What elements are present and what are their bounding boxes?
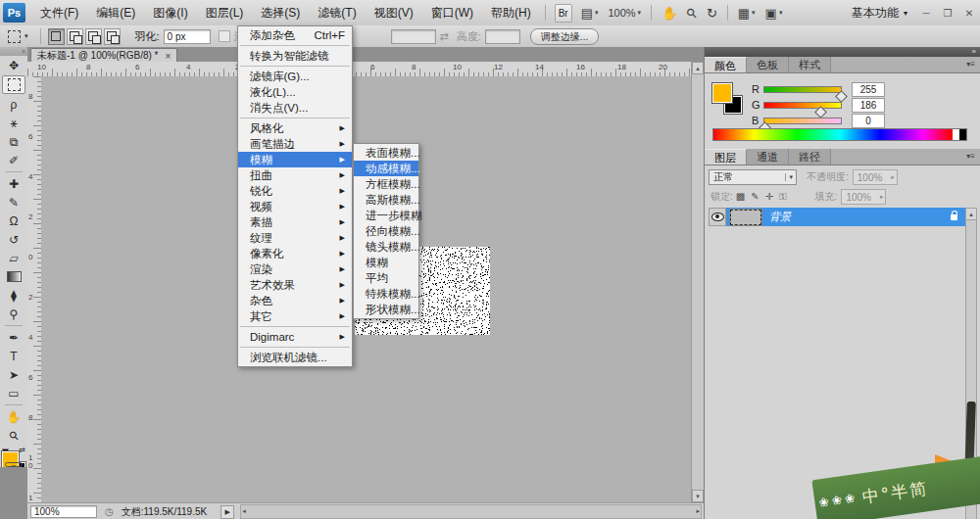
menubar-item[interactable]: 图层(L) xyxy=(197,1,253,24)
menubar-item[interactable]: 图像(I) xyxy=(144,1,196,24)
rectangle-tool[interactable]: ▭ xyxy=(3,385,24,401)
fill-input[interactable]: 100% ▸ xyxy=(841,189,886,205)
filter-menu-item[interactable]: Digimarc▶ xyxy=(238,329,352,345)
blur-submenu-item-highlighted[interactable]: 动感模糊... xyxy=(354,161,418,176)
dodge-tool[interactable]: ⚲ xyxy=(3,306,24,322)
tab-layers-active[interactable]: 图层 xyxy=(705,149,747,165)
filter-menu-item[interactable]: 消失点(V)... xyxy=(238,100,352,116)
gradient-tool[interactable] xyxy=(3,268,24,285)
layer-visibility-toggle[interactable] xyxy=(709,208,726,226)
close-button[interactable]: ✕ xyxy=(961,8,977,19)
width-input[interactable] xyxy=(391,29,436,44)
zoom-tool[interactable]: ⚲ xyxy=(3,427,24,444)
lock-transparency-icon[interactable]: ▩ xyxy=(736,191,745,202)
filter-menu-item[interactable]: 浏览联机滤镜... xyxy=(238,350,352,365)
swap-dimensions-icon[interactable]: ⇄ xyxy=(440,30,449,43)
intersect-selection-button[interactable] xyxy=(104,28,121,45)
arrange-documents-button[interactable]: ▦ ▾ xyxy=(738,6,756,21)
workspace-switcher[interactable]: 基本功能 ▾ xyxy=(844,5,915,22)
filter-menu-item[interactable]: 渲染▶ xyxy=(238,261,352,277)
type-tool[interactable]: T xyxy=(3,348,24,364)
channel-R-slider[interactable] xyxy=(763,86,842,93)
channel-B-slider[interactable] xyxy=(763,118,842,124)
rectangular-marquee-tool[interactable] xyxy=(2,75,25,94)
menubar-item[interactable]: 选择(S) xyxy=(252,1,309,24)
menubar-item[interactable]: 窗口(W) xyxy=(422,1,482,24)
move-tool[interactable]: ✥ xyxy=(3,57,24,73)
crop-tool[interactable]: ⧉ xyxy=(3,133,24,150)
white-swatch[interactable] xyxy=(953,129,959,140)
view-extras-button[interactable]: ▤ ▾ xyxy=(581,6,599,21)
subtract-from-selection-button[interactable] xyxy=(85,28,102,45)
scroll-up-icon[interactable]: ▴ xyxy=(692,62,704,74)
feather-input[interactable]: 0 px xyxy=(164,29,211,44)
zoom-tool-button[interactable]: ⚲ xyxy=(687,6,697,21)
filter-menu-item[interactable]: 转换为智能滤镜 xyxy=(238,48,352,64)
panel-menu-icon[interactable]: ▾≡ xyxy=(966,57,980,72)
blur-submenu-item[interactable]: 进一步模糊 xyxy=(354,208,418,223)
filter-menu-item[interactable]: 添加杂色Ctrl+F xyxy=(238,27,352,43)
blur-submenu-item[interactable]: 径向模糊... xyxy=(354,223,418,239)
launch-bridge-button[interactable]: Br xyxy=(555,4,572,23)
lock-all-icon[interactable]: ⚿ xyxy=(779,191,787,202)
blur-submenu-item[interactable]: 方框模糊... xyxy=(354,176,418,192)
blur-submenu-item[interactable]: 平均 xyxy=(354,270,418,286)
tool-preset-picker[interactable]: ▾ xyxy=(8,30,28,43)
eyedropper-tool[interactable]: ✐ xyxy=(3,152,24,168)
menubar-item[interactable]: 视图(V) xyxy=(366,1,422,24)
filter-menu-item[interactable]: 锐化▶ xyxy=(238,183,352,199)
status-zoom-input[interactable]: 100% xyxy=(30,505,97,518)
channel-G-slider[interactable] xyxy=(763,102,842,109)
tab-color-tab[interactable]: 色板 xyxy=(747,57,789,72)
eraser-tool[interactable]: ▱ xyxy=(3,250,24,266)
blur-submenu-item[interactable]: 形状模糊... xyxy=(354,302,418,317)
filter-menu-item[interactable]: 液化(L)... xyxy=(238,84,352,100)
filter-menu-item[interactable]: 杂色▶ xyxy=(238,293,352,308)
refine-edge-button[interactable]: 调整边缘... xyxy=(530,28,599,45)
filter-menu-item[interactable]: 艺术效果▶ xyxy=(238,277,352,293)
rotate-view-button[interactable]: ↻ xyxy=(707,6,717,21)
restore-button[interactable]: ❐ xyxy=(940,8,956,19)
brush-tool[interactable]: ✎ xyxy=(3,194,24,211)
close-tab-icon[interactable]: × xyxy=(166,51,172,62)
channel-B-value[interactable]: 0 xyxy=(852,114,885,128)
panel-menu-icon[interactable]: ▾≡ xyxy=(966,149,980,165)
filter-menu-item[interactable]: 风格化▶ xyxy=(238,120,352,136)
scroll-right-icon[interactable]: ▸ xyxy=(696,505,700,516)
lasso-tool[interactable]: ρ xyxy=(3,96,24,113)
document-tab[interactable]: 未标题-1 @ 100%(RGB/8) * × xyxy=(30,48,177,63)
vertical-ruler[interactable]: 8642024681012 xyxy=(27,76,42,502)
path-selection-tool[interactable]: ➤ xyxy=(3,366,24,383)
opacity-input[interactable]: 100% ▸ xyxy=(853,169,898,185)
scroll-up-icon[interactable]: ▴ xyxy=(966,209,976,220)
blur-submenu-item[interactable]: 表面模糊... xyxy=(354,145,418,161)
menubar-item[interactable]: 编辑(E) xyxy=(87,1,144,24)
add-to-selection-button[interactable] xyxy=(67,28,83,45)
color-spectrum-ramp[interactable] xyxy=(712,128,967,141)
pen-tool[interactable]: ✒ xyxy=(3,329,24,346)
horizontal-ruler[interactable]: 10864268101214161820 xyxy=(27,62,691,77)
height-input[interactable] xyxy=(485,29,520,44)
blur-submenu-item[interactable]: 模糊 xyxy=(354,255,418,270)
history-brush-tool[interactable]: ↺ xyxy=(3,231,24,248)
swap-colors-icon[interactable]: ⇄ xyxy=(19,446,25,454)
spot-healing-brush-tool[interactable]: ✚ xyxy=(3,175,24,192)
vertical-scrollbar[interactable]: ▴ ▾ xyxy=(691,62,704,502)
clone-stamp-tool[interactable]: Ω xyxy=(3,212,24,229)
hand-tool[interactable]: ✋ xyxy=(3,408,24,425)
black-swatch[interactable] xyxy=(959,129,966,140)
channel-G-value[interactable]: 186 xyxy=(852,98,885,113)
dock-collapse-button[interactable]: » xyxy=(705,47,980,57)
menubar-item[interactable]: 帮助(H) xyxy=(482,1,540,24)
status-options-button[interactable]: ▶ xyxy=(220,505,234,519)
scroll-down-icon[interactable]: ▾ xyxy=(692,490,704,502)
filter-menu-item[interactable]: 视频▶ xyxy=(238,199,352,214)
filter-menu-item[interactable]: 画笔描边▶ xyxy=(238,136,352,152)
menubar-item[interactable]: 滤镜(T) xyxy=(309,1,365,24)
blur-submenu-item[interactable]: 特殊模糊... xyxy=(354,286,418,302)
channel-R-value[interactable]: 255 xyxy=(852,82,885,97)
horizontal-scrollbar[interactable]: ◂ ▸ xyxy=(240,504,702,519)
filter-menu-item[interactable]: 纹理▶ xyxy=(238,230,352,246)
lock-position-icon[interactable]: ✛ xyxy=(765,191,773,202)
lock-paint-icon[interactable]: ✎ xyxy=(751,191,759,202)
